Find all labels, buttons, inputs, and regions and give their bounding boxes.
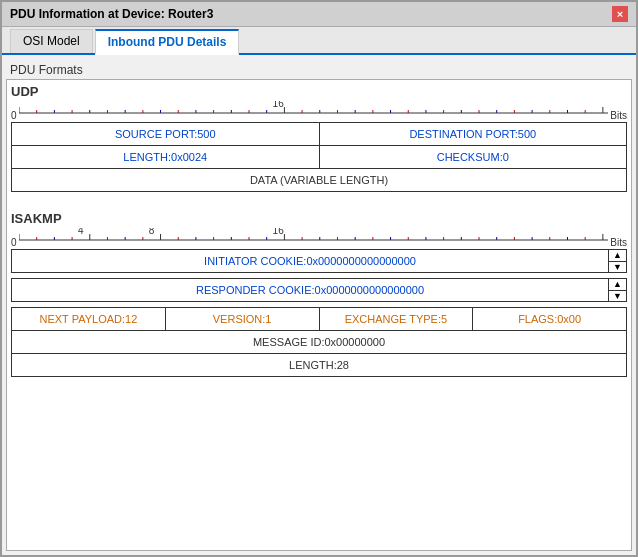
window-title: PDU Information at Device: Router3: [10, 7, 213, 21]
isakmp-initiator-cookie: INITIATOR COOKIE:0x0000000000000000: [12, 250, 608, 272]
responder-expand-up-icon[interactable]: ▲: [609, 279, 626, 291]
tab-osi-model[interactable]: OSI Model: [10, 29, 93, 53]
isakmp-responder-cookie-expand[interactable]: ▲ ▼: [608, 279, 626, 301]
udp-dest-port: DESTINATION PORT:500: [320, 123, 627, 145]
isakmp-responder-cookie: RESPONDER COOKIE:0x0000000000000000: [12, 279, 608, 301]
udp-ruler-svg: 16: [19, 101, 609, 121]
responder-expand-down-icon[interactable]: ▼: [609, 291, 626, 302]
isakmp-message-id: MESSAGE ID:0x00000000: [12, 331, 626, 353]
isakmp-ruler-ticks-svg: 4 8: [19, 228, 609, 246]
isakmp-section: ISAKMP 0 4: [11, 211, 627, 377]
udp-checksum: CHECKSUM:0: [320, 146, 627, 168]
isakmp-protocol-name: ISAKMP: [11, 211, 627, 226]
title-bar: PDU Information at Device: Router3 ×: [2, 2, 636, 27]
tab-inbound-pdu[interactable]: Inbound PDU Details: [95, 29, 240, 55]
udp-protocol-name: UDP: [11, 84, 627, 99]
isakmp-initiator-cookie-row: INITIATOR COOKIE:0x0000000000000000 ▲ ▼: [11, 249, 627, 273]
isakmp-ruler-end: Bits: [610, 237, 627, 248]
pdu-formats-label: PDU Formats: [6, 59, 632, 79]
section-divider-1: [11, 203, 627, 211]
isakmp-length: LENGTH:28: [12, 354, 626, 376]
udp-row-1: SOURCE PORT:500 DESTINATION PORT:500: [11, 122, 627, 146]
udp-ruler-end: Bits: [610, 110, 627, 121]
udp-length: LENGTH:0x0024: [12, 146, 320, 168]
isakmp-initiator-cookie-expand[interactable]: ▲ ▼: [608, 250, 626, 272]
expand-up-icon[interactable]: ▲: [609, 250, 626, 262]
isakmp-flags: FLAGS:0x00: [473, 308, 626, 330]
udp-ruler-ticks-svg: 16: [19, 101, 609, 119]
content-area: PDU Formats UDP 0: [2, 55, 636, 555]
tab-bar: OSI Model Inbound PDU Details: [2, 27, 636, 55]
udp-source-port: SOURCE PORT:500: [12, 123, 320, 145]
isakmp-ruler-svg: 4 8: [19, 228, 609, 248]
main-window: PDU Information at Device: Router3 × OSI…: [0, 0, 638, 557]
udp-data: DATA (VARIABLE LENGTH): [12, 169, 626, 191]
udp-ruler-start: 0: [11, 110, 17, 121]
isakmp-length-row: LENGTH:28: [11, 353, 627, 377]
udp-section: UDP 0: [11, 84, 627, 192]
expand-down-icon[interactable]: ▼: [609, 262, 626, 273]
udp-ruler: 0: [11, 101, 627, 121]
isakmp-row-fields: NEXT PAYLOAD:12 VERSION:1 EXCHANGE TYPE:…: [11, 307, 627, 331]
isakmp-exchange-type: EXCHANGE TYPE:5: [320, 308, 474, 330]
isakmp-version: VERSION:1: [166, 308, 320, 330]
isakmp-next-payload: NEXT PAYLOAD:12: [12, 308, 166, 330]
udp-row-2: LENGTH:0x0024 CHECKSUM:0: [11, 145, 627, 169]
isakmp-ruler-start: 0: [11, 237, 17, 248]
isakmp-ruler: 0 4: [11, 228, 627, 248]
isakmp-responder-cookie-row: RESPONDER COOKIE:0x0000000000000000 ▲ ▼: [11, 278, 627, 302]
svg-text:4: 4: [78, 228, 84, 236]
svg-text:8: 8: [148, 228, 154, 236]
isakmp-message-id-row: MESSAGE ID:0x00000000: [11, 330, 627, 354]
close-button[interactable]: ×: [612, 6, 628, 22]
svg-text:16: 16: [272, 228, 284, 236]
svg-text:16: 16: [272, 101, 284, 109]
scroll-container[interactable]: UDP 0: [6, 79, 632, 551]
udp-row-3: DATA (VARIABLE LENGTH): [11, 168, 627, 192]
